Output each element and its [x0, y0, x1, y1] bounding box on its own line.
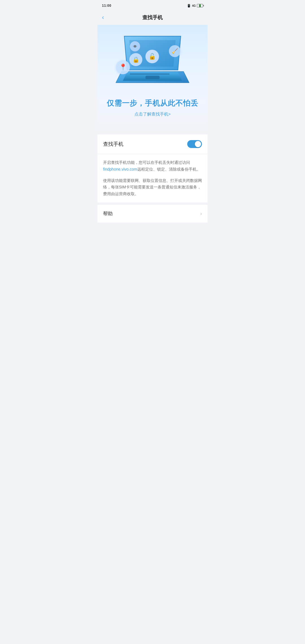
floating-icons-container: 📍 🔒 🔓 🧹 👁	[113, 31, 192, 93]
description-text-2: 使用该功能需要联网、获取位置信息、打开或关闭数据网络，每张SIM卡可能需要发送一…	[103, 177, 202, 197]
hero-section: 📍 🔒 🔓 🧹 👁 仅需一步，手机从此不怕丢 点击了解查找手机>	[97, 25, 208, 132]
hero-link[interactable]: 点击了解查找手机>	[134, 112, 171, 117]
location-float-icon: 📍	[116, 60, 130, 74]
main-content: 查找手机 开启查找手机功能，您可以在手机丢失时通过访问findphone.viv…	[97, 134, 208, 223]
hero-tagline: 仅需一步，手机从此不怕丢	[107, 98, 198, 108]
find-phone-toggle-row: 查找手机	[97, 134, 208, 154]
signal-icon: 4G	[192, 4, 196, 7]
help-label: 帮助	[103, 210, 113, 217]
page-title: 查找手机	[142, 14, 163, 21]
find-phone-label: 查找手机	[103, 141, 123, 147]
back-button[interactable]: ‹	[102, 14, 104, 21]
clean-float-icon: 🧹	[169, 45, 181, 57]
help-row[interactable]: 帮助 ›	[97, 205, 208, 223]
find-phone-toggle[interactable]	[187, 140, 202, 148]
header: ‹ 查找手机	[97, 10, 208, 25]
description-text-1: 开启查找手机功能，您可以在手机丢失时通过访问findphone.vivo.com…	[103, 159, 202, 173]
laptop-illustration: 📍 🔒 🔓 🧹 👁	[113, 31, 192, 93]
chevron-right-icon: ›	[200, 211, 202, 217]
camera-float-icon: 👁	[130, 41, 140, 51]
vibrate-icon: 📳	[187, 4, 191, 8]
status-right: 📳 4G 31	[187, 4, 203, 8]
toggle-track	[187, 140, 202, 148]
findphone-link[interactable]: findphone.vivo.com	[103, 167, 137, 171]
status-time: 11:00	[102, 4, 111, 8]
lock-float-icon: 🔒	[129, 53, 142, 66]
toggle-thumb	[195, 141, 201, 147]
status-bar: 11:00 📳 4G 31	[97, 0, 208, 10]
description-block: 开启查找手机功能，您可以在手机丢失时通过访问findphone.vivo.com…	[97, 154, 208, 203]
battery-icon: 31	[197, 4, 203, 7]
unlock-float-icon: 🔓	[145, 50, 159, 63]
